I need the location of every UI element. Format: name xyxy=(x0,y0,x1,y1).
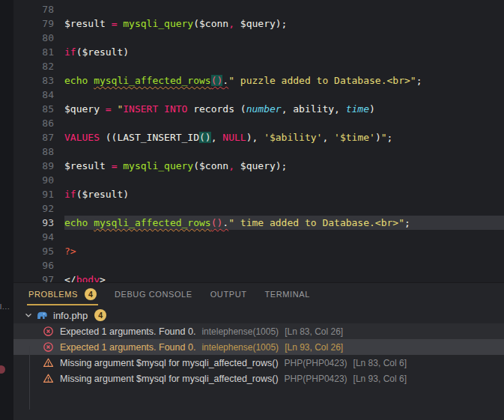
warning-icon xyxy=(43,373,54,384)
code-text xyxy=(64,201,504,216)
code-text xyxy=(64,116,504,130)
code-line[interactable]: 85$query = "INSERT INTO records (number,… xyxy=(13,102,504,116)
code-line[interactable]: 86 xyxy=(13,116,504,130)
code-line[interactable]: 91if($result) xyxy=(13,187,504,201)
code-line[interactable]: 94 xyxy=(13,230,504,244)
line-number: 89 xyxy=(13,159,54,173)
problem-row[interactable]: Missing argument $mysql for mysqli_affec… xyxy=(13,371,504,386)
php-elephant-icon xyxy=(36,310,49,320)
line-number: 87 xyxy=(13,130,54,144)
tab-label: OUTPUT xyxy=(210,290,247,299)
code-line[interactable]: 95?> xyxy=(13,244,504,258)
panel-tab-debug-console[interactable]: DEBUG CONSOLE xyxy=(115,283,192,305)
code-line[interactable]: 97</body> xyxy=(13,273,504,282)
line-number: 80 xyxy=(13,31,54,45)
code-line[interactable]: 90 xyxy=(13,173,504,187)
code-text: echo mysqli_affected_rows()." time added… xyxy=(64,216,504,230)
panel-tab-output[interactable]: OUTPUT xyxy=(210,283,247,305)
code-line[interactable]: 89$result = mysqli_query($conn, $query); xyxy=(13,159,504,173)
problem-rows: Expected 1 arguments. Found 0.intelephen… xyxy=(13,323,504,386)
code-line[interactable]: 79$result = mysqli_query($conn, $query); xyxy=(13,16,504,31)
code-text xyxy=(64,144,504,159)
code-line[interactable]: 78 xyxy=(13,2,504,16)
code-text: $result = mysqli_query($conn, $query); xyxy=(64,16,504,31)
error-icon xyxy=(43,326,54,337)
code-line[interactable]: 92 xyxy=(13,201,504,216)
line-number: 88 xyxy=(13,144,54,159)
bottom-panel: PROBLEMS4DEBUG CONSOLEOUTPUTTERMINAL inf… xyxy=(13,282,504,420)
line-number: 96 xyxy=(13,258,54,273)
code-text xyxy=(64,173,504,187)
code-text: VALUES ((LAST_INSERT_ID(), NULL), '$abil… xyxy=(64,130,504,144)
code-text: $result = mysqli_query($conn, $query); xyxy=(64,159,504,173)
left-cropped-strip: l... xyxy=(0,0,13,420)
problem-source: PHP(PHP0423) xyxy=(285,358,347,368)
code-text: </body> xyxy=(64,273,504,282)
code-text: $query = "INSERT INTO records (number, a… xyxy=(64,102,504,116)
code-text: if($result) xyxy=(64,45,504,59)
code-text xyxy=(64,88,504,102)
line-number: 84 xyxy=(13,88,54,102)
code-editor[interactable]: 7879$result = mysqli_query($conn, $query… xyxy=(13,0,504,282)
problems-file-group[interactable]: info.php 4 xyxy=(13,307,504,323)
code-text: if($result) xyxy=(64,187,504,201)
problems-tree: info.php 4 Expected 1 arguments. Found 0… xyxy=(13,305,504,386)
code-line[interactable]: 96 xyxy=(13,258,504,273)
tab-label: DEBUG CONSOLE xyxy=(115,290,192,299)
line-number: 90 xyxy=(13,173,54,187)
code-text xyxy=(64,230,504,244)
code-line[interactable]: 93echo mysqli_affected_rows()." time add… xyxy=(13,216,504,230)
line-number: 85 xyxy=(13,102,54,116)
problem-message: Expected 1 arguments. Found 0. xyxy=(60,326,195,337)
code-text xyxy=(64,59,504,73)
code-text xyxy=(64,31,504,45)
line-number: 93 xyxy=(13,216,54,230)
warning-icon xyxy=(43,357,54,368)
code-line[interactable]: 81if($result) xyxy=(13,45,504,59)
line-number: 83 xyxy=(13,73,54,88)
problem-source: intelephense(1005) xyxy=(201,342,279,353)
line-number: 82 xyxy=(13,59,54,73)
problem-message: Missing argument $mysql for mysqli_affec… xyxy=(60,374,279,384)
red-marker-dot xyxy=(0,365,5,374)
line-number: 95 xyxy=(13,244,54,258)
error-icon xyxy=(43,341,54,353)
problem-location: [Ln 83, Col 6] xyxy=(353,358,407,368)
code-line[interactable]: 87VALUES ((LAST_INSERT_ID(), NULL), '$ab… xyxy=(13,130,504,144)
line-number: 86 xyxy=(13,116,54,130)
problem-location: [Ln 93, Col 26] xyxy=(285,342,343,353)
panel-tab-bar: PROBLEMS4DEBUG CONSOLEOUTPUTTERMINAL xyxy=(13,283,504,305)
line-number: 94 xyxy=(13,230,54,244)
file-problem-count-badge: 4 xyxy=(94,309,106,321)
vscode-window: { "colors": { "accent_gold": "#e5be63", … xyxy=(0,0,504,420)
code-text xyxy=(64,258,504,273)
problem-row[interactable]: Expected 1 arguments. Found 0.intelephen… xyxy=(13,323,504,339)
code-text: ?> xyxy=(64,244,504,258)
chevron-down-icon[interactable] xyxy=(23,310,34,320)
problem-message: Missing argument $mysql for mysqli_affec… xyxy=(60,358,279,368)
code-line[interactable]: 88 xyxy=(13,144,504,159)
file-name: info.php xyxy=(53,310,88,321)
line-number: 79 xyxy=(13,16,54,31)
line-number: 78 xyxy=(13,2,54,16)
line-number: 92 xyxy=(13,201,54,216)
code-line[interactable]: 82 xyxy=(13,59,504,73)
problem-row[interactable]: Expected 1 arguments. Found 0.intelephen… xyxy=(13,339,504,355)
code-line[interactable]: 80 xyxy=(13,31,504,45)
problem-row[interactable]: Missing argument $mysql for mysqli_affec… xyxy=(13,355,504,371)
tab-label: PROBLEMS xyxy=(28,290,78,299)
code-text xyxy=(64,2,504,16)
panel-tab-terminal[interactable]: TERMINAL xyxy=(265,283,310,305)
line-number: 91 xyxy=(13,187,54,201)
problem-location: [Ln 93, Col 6] xyxy=(353,374,407,384)
line-number: 97 xyxy=(13,273,54,282)
tree-indent-guide xyxy=(29,346,30,410)
strip-overflow-text: l... xyxy=(0,303,10,311)
problem-source: PHP(PHP0423) xyxy=(285,374,347,384)
panel-tab-problems[interactable]: PROBLEMS4 xyxy=(28,283,97,305)
code-line[interactable]: 84 xyxy=(13,88,504,102)
tab-label: TERMINAL xyxy=(265,290,310,299)
code-line[interactable]: 83echo mysqli_affected_rows()." puzzle a… xyxy=(13,73,504,88)
problem-source: intelephense(1005) xyxy=(201,326,279,337)
problem-location: [Ln 83, Col 26] xyxy=(285,326,343,337)
